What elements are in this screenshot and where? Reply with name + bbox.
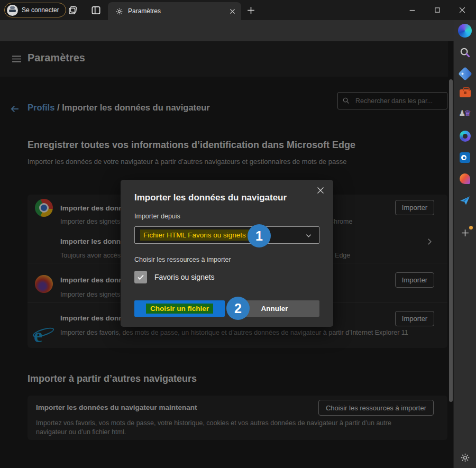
favorites-checkbox[interactable]	[134, 271, 147, 283]
favorites-checkbox-label: Favoris ou signets	[154, 273, 215, 281]
toolbar: Edge | edge://settings/profiles/importBr…	[0, 20, 476, 41]
check-icon	[136, 273, 145, 281]
minimize-button[interactable]	[404, 3, 420, 17]
import-from-label: Importer depuis	[134, 213, 180, 220]
annotation-step-2: 2	[226, 297, 250, 320]
annotation-step-1: 1	[248, 224, 271, 247]
shopping-icon[interactable]	[454, 69, 476, 79]
copilot-icon[interactable]	[454, 24, 476, 38]
tab-actions-icon[interactable]	[91, 5, 101, 15]
sidebar-search-icon[interactable]	[454, 47, 476, 58]
dialog-title: Importer les données du navigateur	[134, 192, 287, 203]
edge-sidebar: ♟♛	[454, 20, 476, 468]
title-bar: Se connecter Paramètres	[0, 0, 476, 20]
sidebar-settings-gear-icon[interactable]	[454, 453, 476, 463]
microsoft-loop-icon[interactable]	[454, 131, 476, 142]
close-window-button[interactable]	[454, 3, 470, 17]
scrollbar-thumb[interactable]	[449, 79, 453, 402]
tab-close-icon[interactable]	[229, 8, 236, 15]
profile-avatar	[7, 5, 18, 16]
tools-icon[interactable]	[454, 89, 476, 97]
dialog-close-icon[interactable]	[316, 186, 325, 195]
workspaces-icon[interactable]	[68, 5, 78, 15]
signin-label: Se connecter	[22, 6, 59, 14]
selected-source-value: Fichier HTML Favoris ou signets	[140, 230, 249, 241]
sidebar-add-icon[interactable]	[454, 228, 476, 237]
drop-send-icon[interactable]	[454, 195, 476, 206]
import-source-select[interactable]: Fichier HTML Favoris ou signets	[134, 226, 319, 244]
tab-title: Paramètres	[128, 7, 161, 15]
add-notification-dot	[469, 226, 473, 230]
signin-button[interactable]: Se connecter	[4, 3, 66, 17]
browser-window: Se connecter Paramètres Edge	[0, 0, 476, 468]
choose-file-button[interactable]: Choisir un fichier	[134, 300, 225, 317]
chevron-down-icon	[305, 232, 313, 240]
gear-icon	[115, 7, 123, 15]
designer-icon[interactable]	[454, 173, 476, 184]
maximize-button[interactable]	[429, 3, 445, 17]
new-tab-icon[interactable]	[246, 6, 255, 15]
resources-label: Choisir les ressources à importer	[134, 256, 231, 263]
outlook-icon[interactable]	[454, 152, 476, 163]
tab-parametres[interactable]: Paramètres	[108, 2, 241, 20]
games-icon[interactable]: ♟♛	[454, 109, 476, 117]
choose-file-label: Choisir un fichier	[146, 304, 213, 314]
